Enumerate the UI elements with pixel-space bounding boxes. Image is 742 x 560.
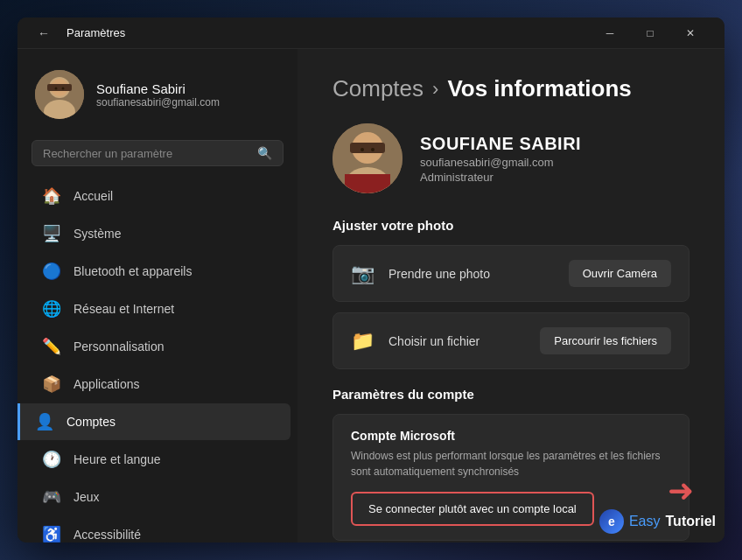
watermark-tutoriel: Tutoriel [666, 514, 716, 529]
account-settings-title: Paramètres du compte [332, 387, 690, 402]
back-button[interactable]: ← [32, 21, 56, 46]
content-area: Comptes › Vos informations [298, 49, 724, 542]
sidebar-item-reseau[interactable]: 🌐 Réseau et Internet [24, 290, 290, 327]
svg-point-5 [55, 88, 58, 90]
user-profile: Soufiane Sabiri soufianesabiri@gmail.com [18, 63, 298, 136]
window-title: Paramètres [66, 26, 579, 39]
sidebar-item-applications[interactable]: 📦 Applications [24, 366, 290, 402]
microsoft-account-desc: Windows est plus performant lorsque les … [351, 448, 671, 480]
watermark-easy: Easy [629, 514, 661, 529]
profile-section: SOUFIANE SABIRI soufianesabiri@gmail.com… [332, 123, 690, 193]
svg-rect-4 [47, 84, 72, 91]
sidebar-item-label-reseau: Réseau et Internet [74, 302, 174, 316]
maximize-button[interactable]: □ [630, 18, 670, 49]
folder-icon: 📁 [351, 330, 374, 353]
svg-rect-14 [345, 174, 390, 193]
svg-rect-11 [350, 143, 385, 153]
sidebar-item-label-jeux: Jeux [74, 490, 100, 504]
settings-window: ← Paramètres ─ □ ✕ [18, 18, 724, 542]
sidebar-item-accueil[interactable]: 🏠 Accueil [24, 178, 290, 214]
sidebar-item-label-comptes: Comptes [66, 415, 116, 429]
search-box: 🔍 [32, 140, 284, 166]
sidebar-item-bluetooth[interactable]: 🔵 Bluetooth et appareils [24, 253, 290, 290]
sidebar-item-jeux[interactable]: 🎮 Jeux [24, 479, 290, 515]
sidebar-item-label-heure: Heure et langue [74, 452, 161, 466]
minimize-button[interactable]: ─ [590, 18, 630, 49]
systeme-icon: 🖥️ [42, 224, 61, 243]
red-arrow-icon: ➜ [668, 472, 694, 509]
camera-label: Prendre une photo [388, 267, 490, 281]
sidebar-item-label-applications: Applications [74, 377, 140, 391]
nav-list: 🏠 Accueil 🖥️ Système 🔵 Bluetooth et appa… [18, 177, 298, 542]
personnalisation-icon: ✏️ [42, 337, 61, 356]
sidebar-item-accessibilite[interactable]: ♿ Accessibilité [24, 516, 290, 542]
svg-point-13 [371, 148, 374, 151]
sidebar-item-systeme[interactable]: 🖥️ Système [24, 215, 290, 252]
breadcrumb-arrow: › [432, 78, 438, 101]
svg-point-12 [360, 148, 364, 151]
profile-name: SOUFIANE SABIRI [420, 134, 581, 154]
file-label: Choisir un fichier [388, 334, 480, 348]
profile-avatar [332, 123, 402, 193]
sidebar-item-heure[interactable]: 🕐 Heure et langue [24, 441, 290, 478]
jeux-icon: 🎮 [42, 487, 61, 507]
sidebar-item-label-systeme: Système [74, 227, 121, 241]
breadcrumb-current: Vos informations [447, 75, 631, 102]
sidebar: Soufiane Sabiri soufianesabiri@gmail.com… [18, 49, 298, 542]
avatar [35, 70, 84, 119]
sidebar-item-label-accessibilite: Accessibilité [74, 528, 141, 542]
sidebar-item-label-personnalisation: Personnalisation [74, 340, 164, 354]
open-camera-button[interactable]: Ouvrir Caméra [569, 260, 671, 287]
heure-icon: 🕐 [42, 450, 61, 469]
sidebar-item-label-bluetooth: Bluetooth et appareils [74, 264, 192, 278]
bluetooth-icon: 🔵 [42, 262, 61, 281]
camera-card: 📷 Prendre une photo Ouvrir Caméra [332, 245, 690, 302]
svg-point-6 [62, 88, 65, 90]
applications-icon: 📦 [42, 374, 61, 394]
user-email: soufianesabiri@gmail.com [96, 96, 280, 108]
search-container: 🔍 [18, 136, 298, 177]
photo-section-title: Ajuster votre photo [332, 218, 690, 233]
search-icon: 🔍 [257, 146, 272, 160]
accessibilite-icon: ♿ [42, 525, 61, 542]
close-button[interactable]: ✕ [670, 18, 710, 49]
user-info: Soufiane Sabiri soufianesabiri@gmail.com [96, 81, 280, 108]
reseau-icon: 🌐 [42, 299, 61, 318]
accueil-icon: 🏠 [42, 186, 61, 206]
search-input[interactable] [43, 147, 250, 160]
browse-files-button[interactable]: Parcourir les fichiers [540, 327, 671, 354]
breadcrumb-parent: Comptes [332, 75, 424, 102]
sidebar-item-comptes[interactable]: 👤 Comptes [18, 403, 290, 440]
easytutoriel-logo: e [599, 509, 624, 534]
local-account-button[interactable]: Se connecter plutôt avec un compte local [351, 492, 594, 526]
file-card: 📁 Choisir un fichier Parcourir les fichi… [332, 312, 690, 369]
user-name: Soufiane Sabiri [96, 81, 280, 96]
main-layout: Soufiane Sabiri soufianesabiri@gmail.com… [18, 49, 724, 542]
profile-info: SOUFIANE SABIRI soufianesabiri@gmail.com… [420, 134, 581, 184]
profile-email: soufianesabiri@gmail.com [420, 156, 581, 169]
breadcrumb: Comptes › Vos informations [332, 75, 690, 102]
profile-role: Administrateur [420, 171, 581, 184]
titlebar: ← Paramètres ─ □ ✕ [18, 18, 724, 49]
window-controls: ─ □ ✕ [590, 18, 710, 49]
comptes-icon: 👤 [35, 412, 54, 431]
watermark: e EasyTutoriel [599, 509, 716, 534]
sidebar-item-label-accueil: Accueil [74, 189, 113, 203]
microsoft-account-title: Compte Microsoft [351, 429, 671, 443]
sidebar-item-personnalisation[interactable]: ✏️ Personnalisation [24, 328, 290, 365]
camera-icon: 📷 [351, 262, 374, 285]
